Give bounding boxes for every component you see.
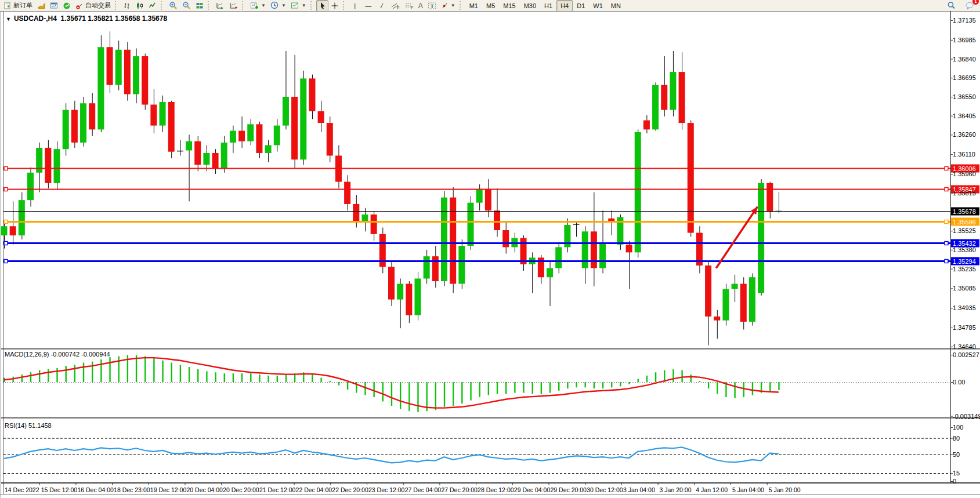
time-axis-label[interactable]: 14 Dec 2022 [5, 486, 39, 493]
notifications-button[interactable]: 1 [963, 0, 977, 12]
bear-candle [344, 182, 350, 204]
bull-candle [274, 126, 280, 146]
terminal-button[interactable] [48, 0, 60, 12]
channel-icon: E [390, 2, 400, 10]
timeframe-M1[interactable]: M1 [465, 0, 482, 12]
auto-scroll-button[interactable] [214, 0, 227, 12]
crosshair-button[interactable] [328, 0, 341, 12]
timeframe-M30[interactable]: M30 [520, 0, 540, 12]
fibonacci-button[interactable]: F [402, 0, 416, 12]
line-handle[interactable] [4, 242, 8, 245]
time-axis-label[interactable]: 29 Dec 04:00 [514, 486, 551, 493]
time-axis-label[interactable]: 27 Dec 20:00 [441, 486, 478, 493]
signals-button[interactable] [60, 0, 73, 12]
price-tick-label: 1.35085 [953, 285, 976, 292]
toolbar-grip [161, 1, 165, 10]
line-handle[interactable] [4, 188, 8, 191]
cursor-button[interactable] [316, 0, 328, 12]
line-handle[interactable] [4, 167, 8, 170]
time-axis-label[interactable]: 22 Dec 04:00 [296, 486, 332, 493]
zoom-in-button[interactable] [167, 0, 180, 12]
price-tick-label: 1.35235 [953, 266, 976, 272]
bull-candle [221, 143, 227, 169]
time-axis-label[interactable]: 29 Dec 20:00 [551, 486, 587, 493]
bear-candle [494, 210, 500, 230]
time-axis-label[interactable]: 23 Dec 12:00 [368, 486, 405, 493]
time-axis-label[interactable]: 4 Jan 12:00 [696, 486, 728, 493]
templates-button[interactable]: ▼ [288, 0, 309, 12]
arrows-button[interactable]: ▼ [439, 0, 458, 12]
bull-candle [652, 85, 659, 130]
text-label-button[interactable]: T [425, 0, 439, 12]
vertical-line-button[interactable]: | [349, 0, 361, 12]
rsi-tick-label: 50 [953, 451, 960, 458]
price-tick-label: 1.34640 [953, 343, 976, 350]
price-tag-label: 1.35432 [953, 240, 976, 247]
zoom-out-button[interactable] [180, 0, 193, 12]
line-handle[interactable] [945, 167, 948, 170]
chart-shift-button[interactable] [227, 0, 240, 12]
time-axis-label[interactable]: 22 Dec 20:00 [332, 486, 368, 493]
chart-window[interactable]: 1.360061.358471.356781.355961.354321.352… [0, 11, 980, 498]
time-axis-label[interactable]: 5 Jan 20:00 [769, 486, 801, 493]
market-watch-button[interactable] [35, 0, 48, 12]
time-axis-label[interactable]: 21 Dec 12:00 [259, 486, 296, 493]
bull-candle [186, 141, 192, 151]
auto-trading-button[interactable]: 自动交易 [73, 0, 113, 12]
time-axis-label[interactable]: 3 Jan 20:00 [660, 486, 692, 493]
bear-candle [107, 47, 113, 85]
timeframe-M5[interactable]: M5 [482, 0, 499, 12]
line-chart-icon [149, 2, 157, 10]
bear-candle [432, 256, 439, 281]
bull-candle [599, 243, 606, 268]
toolbar-grip [310, 1, 314, 10]
bull-candle [19, 200, 25, 235]
timeframe-M15[interactable]: M15 [499, 0, 519, 12]
trendline-button[interactable]: / [375, 0, 388, 12]
line-handle[interactable] [945, 188, 948, 191]
bull-candle [414, 278, 421, 315]
auto-trading-icon [75, 2, 84, 10]
time-axis-label[interactable]: 5 Jan 04:00 [732, 486, 764, 493]
horizontal-line-button[interactable]: — [361, 0, 375, 12]
time-axis-label[interactable]: 28 Dec 12:00 [478, 486, 514, 493]
indicators-button[interactable]: ▼ [248, 0, 268, 12]
time-axis-label[interactable]: 20 Dec 20:00 [223, 486, 259, 493]
time-axis-label[interactable]: 30 Dec 12:00 [587, 486, 623, 493]
bull-candle [441, 198, 447, 281]
timeframe-W1[interactable]: W1 [589, 0, 607, 12]
time-axis-label[interactable]: 16 Dec 04:00 [77, 486, 114, 493]
time-axis-label[interactable]: 19 Dec 12:00 [150, 486, 187, 493]
time-axis-label[interactable]: 3 Jan 04:00 [623, 486, 655, 493]
bear-candle [309, 78, 315, 111]
line-handle[interactable] [945, 260, 948, 263]
tile-windows-button[interactable] [193, 0, 206, 12]
template-icon [291, 2, 299, 10]
bear-candle [327, 123, 333, 155]
timeframe-D1[interactable]: D1 [573, 0, 589, 12]
timeframe-H1[interactable]: H1 [540, 0, 556, 12]
bar-chart-button[interactable] [121, 0, 133, 12]
timeframe-MN[interactable]: MN [607, 0, 625, 12]
time-axis-label[interactable]: 15 Dec 12:00 [41, 486, 78, 493]
line-handle[interactable] [4, 220, 8, 224]
line-handle[interactable] [945, 220, 948, 224]
text-button[interactable]: A [416, 0, 425, 12]
bull-candle [1, 226, 8, 235]
equidistant-channel-button[interactable]: E [388, 0, 402, 12]
timeframe-H4[interactable]: H4 [556, 0, 573, 12]
time-axis-label[interactable]: 18 Dec 23:00 [114, 486, 150, 493]
candle-chart-button[interactable] [133, 0, 146, 12]
time-axis-label[interactable]: 20 Dec 04:00 [187, 486, 223, 493]
line-handle[interactable] [945, 242, 948, 245]
bull-candle [670, 72, 676, 110]
collapse-triangle-icon: ▼ [6, 16, 11, 22]
time-axis-label[interactable]: 27 Dec 04:00 [405, 486, 442, 493]
new-order-button[interactable]: 新订单 [1, 0, 35, 12]
periods-button[interactable]: ▼ [268, 0, 288, 12]
line-handle[interactable] [4, 260, 8, 263]
chart-plot-area[interactable]: 1.360061.358471.356781.355961.354321.352… [0, 11, 980, 498]
search-button[interactable] [945, 0, 958, 12]
price-tag-label: 1.35678 [953, 208, 976, 215]
line-chart-button[interactable] [146, 0, 159, 12]
